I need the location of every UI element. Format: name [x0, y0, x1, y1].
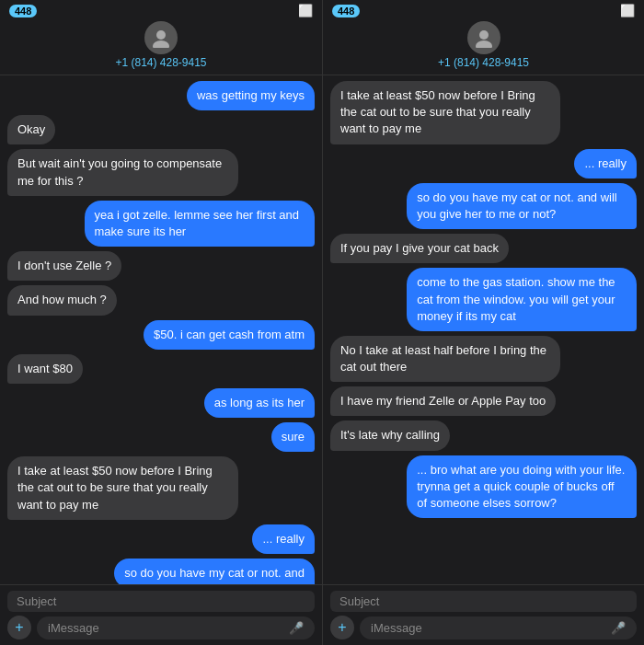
left-badge: 448	[9, 5, 37, 17]
left-panel: 448 ⬜ +1 (814) 428-9415 was getting my k…	[0, 0, 322, 645]
message-bubble: come to the gas station. show me the cat…	[407, 268, 637, 331]
right-avatar	[467, 21, 500, 54]
left-status-bar: 448 ⬜	[0, 0, 322, 19]
right-compose-row: + iMessage 🎤	[330, 616, 637, 639]
right-icons: ⬜	[620, 4, 635, 17]
message-bubble: I take at least $50 now before I Bring t…	[7, 456, 238, 520]
left-contact[interactable]: +1 (814) 428-9415	[115, 56, 206, 69]
right-input[interactable]: iMessage 🎤	[360, 616, 637, 639]
message-bubble: I take at least $50 now before I Bring t…	[330, 81, 560, 144]
right-contact[interactable]: +1 (814) 428-9415	[438, 56, 529, 69]
right-header: +1 (814) 428-9415	[323, 19, 644, 75]
message-bubble: so do you have my cat or not. and	[114, 559, 315, 584]
right-mic-icon[interactable]: 🎤	[611, 621, 626, 635]
left-plus-button[interactable]: +	[7, 616, 31, 639]
right-subject[interactable]: Subject	[330, 591, 637, 612]
left-subject[interactable]: Subject	[7, 591, 315, 612]
message-bubble: But wait ain't you going to compensate m…	[7, 149, 238, 195]
left-avatar	[144, 21, 178, 54]
message-bubble: sure	[271, 422, 315, 452]
left-header: +1 (814) 428-9415	[0, 19, 322, 75]
message-bubble: I want $80	[7, 354, 83, 384]
message-bubble: yea i got zelle. lemme see her first and…	[85, 201, 316, 247]
left-messages: was getting my keysOkayBut wait ain't yo…	[0, 75, 322, 584]
left-compose-row: + iMessage 🎤	[7, 616, 315, 639]
right-video-icon[interactable]: ⬜	[620, 4, 635, 17]
message-bubble: as long as its her	[204, 388, 315, 418]
message-bubble: ... really	[574, 149, 637, 179]
left-input[interactable]: iMessage 🎤	[37, 616, 315, 639]
right-messages: I take at least $50 now before I Bring t…	[323, 75, 644, 584]
message-bubble: I don't use Zelle ?	[7, 251, 121, 281]
right-badge: 448	[332, 5, 360, 17]
message-bubble: No I take at least half before I bring t…	[330, 336, 560, 382]
svg-point-0	[156, 30, 166, 40]
left-icons: ⬜	[298, 4, 313, 17]
message-bubble: If you pay I give your cat back	[330, 234, 509, 263]
svg-point-2	[479, 30, 489, 40]
right-plus-button[interactable]: +	[330, 616, 354, 639]
message-bubble: ... bro what are you doing with your lif…	[407, 455, 637, 519]
svg-point-3	[476, 40, 492, 48]
message-bubble: was getting my keys	[187, 81, 315, 110]
message-bubble: ... really	[252, 524, 315, 554]
message-bubble: It's late why calling	[330, 420, 450, 450]
right-compose[interactable]: Subject + iMessage 🎤	[323, 584, 644, 645]
message-bubble: so do you have my cat or not. and will y…	[407, 183, 637, 229]
message-bubble: I have my friend Zelle or Apple Pay too	[330, 386, 556, 416]
svg-point-1	[153, 40, 169, 48]
message-bubble: Okay	[7, 115, 55, 144]
video-icon[interactable]: ⬜	[298, 4, 313, 17]
message-bubble: And how much ?	[7, 285, 117, 315]
right-status-bar: 448 ⬜	[323, 0, 644, 19]
left-mic-icon[interactable]: 🎤	[289, 621, 304, 635]
left-compose[interactable]: Subject + iMessage 🎤	[0, 584, 322, 645]
right-panel: 448 ⬜ +1 (814) 428-9415 I take at least …	[322, 0, 644, 645]
message-bubble: $50. i can get cash from atm	[144, 320, 315, 350]
